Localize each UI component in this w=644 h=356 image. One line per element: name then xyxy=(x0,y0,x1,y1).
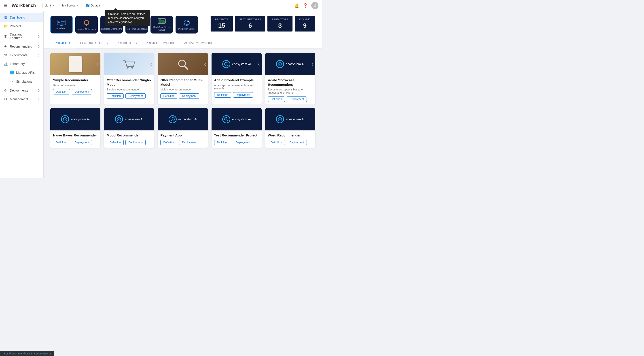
sidebar-item-laboratory[interactable]: 🔬 Laboratory ⌄ xyxy=(0,59,44,68)
card-actions: Definition Deployment xyxy=(268,96,312,102)
chevron-down-icon: ⌄ xyxy=(38,62,40,65)
svg-point-7 xyxy=(86,24,87,26)
deployment-button[interactable]: Deployment xyxy=(179,93,199,99)
project-card-word-recommender[interactable]: ecosystem.Ai Word Recommender Definition… xyxy=(265,108,315,148)
project-card-test-recommender[interactable]: ecosystem.Ai Test Recommender Project De… xyxy=(212,108,262,148)
deployment-button[interactable]: Deployment xyxy=(179,140,199,145)
definition-button[interactable]: Definition xyxy=(53,89,70,94)
avatar[interactable]: U xyxy=(311,2,318,9)
hero-icon-label: Business Dashboard xyxy=(101,28,122,30)
stat-projects-label: Projects xyxy=(215,18,228,21)
eco-circle-icon xyxy=(222,115,230,123)
card-actions: Definition Deployment xyxy=(214,140,259,145)
project-card-simple-recommender[interactable]: ❮ Simple Recommender Base recommender. D… xyxy=(50,53,100,105)
sidebar-item-label: Laboratory xyxy=(10,62,25,66)
data-features-icon: ◫ xyxy=(4,34,8,38)
grafana-tooltip: Grafana: There are pre-defined real-time… xyxy=(105,10,150,26)
menu-icon[interactable]: ☰ xyxy=(4,3,7,8)
main-layout: ⊞ Dashboard 📁 Projects ◫ Data and Featur… xyxy=(0,11,322,178)
sidebar-item-label: Experiments xyxy=(10,53,27,57)
card-actions: Definition Deployment xyxy=(107,140,152,145)
definition-button[interactable]: Definition xyxy=(160,140,177,145)
definition-button[interactable]: Definition xyxy=(107,93,124,99)
sidebar-item-management[interactable]: ⚙ Management ❯ xyxy=(0,95,44,103)
help-icon[interactable]: ❓ xyxy=(303,3,308,8)
definition-button[interactable]: Definition xyxy=(107,140,124,145)
server-selector[interactable]: My Server ▼ xyxy=(60,3,82,8)
definition-button[interactable]: Definition xyxy=(214,140,231,145)
svg-rect-4 xyxy=(60,25,62,26)
card-desc: Adalo app recommender frontend example xyxy=(214,84,259,90)
experiments-icon: ⚗ xyxy=(4,53,8,57)
prediction-server-svg-icon xyxy=(182,19,191,26)
definition-button[interactable]: Definition xyxy=(268,96,285,102)
tab-predictors[interactable]: PREDICTORS xyxy=(112,38,141,48)
card-chevron-icon: ❮ xyxy=(311,62,314,66)
default-checkbox-area[interactable]: Default xyxy=(86,4,100,7)
sidebar-item-data-features[interactable]: ◫ Data and Features ❯ xyxy=(0,30,44,42)
deployment-button[interactable]: Deployment xyxy=(287,96,307,102)
chevron-right-icon: ❯ xyxy=(38,45,40,48)
card-title: Simple Recommender xyxy=(53,78,98,82)
card-actions: Definition Deployment xyxy=(53,89,98,94)
card-title: Adalo Showcase Recommenders xyxy=(268,78,312,87)
eco-brand-text: ecosystem.Ai xyxy=(125,118,143,121)
sidebar-item-simulations[interactable]: 〜 Simulations xyxy=(0,77,44,86)
deployment-button[interactable]: Deployment xyxy=(233,140,253,145)
eco-logo: ecosystem.Ai xyxy=(222,115,251,123)
deployment-button[interactable]: Deployment xyxy=(287,140,307,145)
tab-activity-timeline[interactable]: ACTIVITY TIMELINE xyxy=(180,38,218,48)
theme-label: Light xyxy=(45,4,51,7)
card-actions: Definition Deployment xyxy=(53,140,98,145)
deployment-button[interactable]: Deployment xyxy=(233,92,253,98)
topbar: ☰ Workbench Light ▼ My Server ▼ Default … xyxy=(0,0,322,11)
hero-top: Workbench Jupyter Notebooks xyxy=(50,16,315,33)
sidebar-item-projects[interactable]: 📁 Projects xyxy=(0,22,44,30)
sidebar-item-recommenders[interactable]: ◈ Recommenders ❯ xyxy=(0,42,44,51)
definition-button[interactable]: Definition xyxy=(214,92,231,98)
definition-button[interactable]: Definition xyxy=(268,140,285,145)
hero-icon-jupyter[interactable]: Jupyter Notebooks xyxy=(75,16,98,33)
definition-button[interactable]: Definition xyxy=(53,140,70,145)
stat-dynamic-value: 9 xyxy=(299,22,310,29)
project-card-payment-app[interactable]: ecosystem.Ai Payment App Definition Depl… xyxy=(158,108,208,148)
sidebar-item-manage-apis[interactable]: 🌐 Manage APIs xyxy=(0,68,44,77)
project-card-offer-recommender-single[interactable]: ❮ Offer Recommender Single-Model Single-… xyxy=(104,53,154,105)
notification-icon[interactable]: 🔔 xyxy=(294,3,299,8)
tab-projects[interactable]: PROJECTS xyxy=(50,38,76,48)
hero-icon-prediction-server[interactable]: Prediction Server xyxy=(176,16,198,33)
stat-predictors-label: Predictors xyxy=(272,18,288,21)
eco-circle-icon xyxy=(222,60,230,68)
project-card-adalo-showcase[interactable]: ecosystem.Ai ❮ Adalo Showcase Recommende… xyxy=(265,53,315,105)
tab-feature-stores[interactable]: FEATURE STORES xyxy=(76,38,112,48)
sidebar-item-deployments[interactable]: ✈ Deployments ❯ xyxy=(0,86,44,95)
hero-icon-workbench[interactable]: Workbench xyxy=(50,16,73,33)
deployment-button[interactable]: Deployment xyxy=(126,140,146,145)
project-card-mood-recommender[interactable]: ecosystem.Ai Mood Recommender Definition… xyxy=(104,108,154,148)
project-card-naive-bayes[interactable]: ecosystem.Ai Naive Bayes Recommender Def… xyxy=(50,108,100,148)
stat-featurestores-value: 6 xyxy=(240,22,261,29)
default-checkbox[interactable] xyxy=(86,4,90,7)
definition-button[interactable]: Definition xyxy=(160,93,177,99)
sidebar-item-label: Projects xyxy=(10,24,21,28)
deployment-button[interactable]: Deployment xyxy=(72,140,92,145)
eco-circle-inner xyxy=(278,117,282,121)
deployment-button[interactable]: Deployment xyxy=(126,93,146,99)
workbench-svg-icon xyxy=(57,20,66,26)
project-card-adalo-frontend[interactable]: ecosystem.Ai ❮ Adalo Frontend Example Ad… xyxy=(212,53,262,105)
theme-selector[interactable]: Light ▼ xyxy=(42,3,57,8)
sidebar-item-dashboard[interactable]: ⊞ Dashboard xyxy=(0,13,44,22)
magnifier-icon xyxy=(177,58,189,70)
sidebar-item-experiments[interactable]: ⚗ Experiments ❯ xyxy=(0,51,44,59)
card-title: Naive Bayes Recommender xyxy=(53,133,98,138)
deployment-button[interactable]: Deployment xyxy=(72,89,92,94)
hero-icon-realtime-score[interactable]: Real-Time Score Server xyxy=(150,16,173,33)
card-body: Word Recommender Definition Deployment xyxy=(265,130,315,148)
tab-project-timeline[interactable]: PROJECT TIMELINE xyxy=(141,38,180,48)
project-card-offer-recommender-multi[interactable]: ❮ Offer Recommender Multi-Model Multi-mo… xyxy=(158,53,208,105)
card-desc: Multi-model recommender xyxy=(160,88,205,91)
manage-apis-icon: 🌐 xyxy=(10,70,14,75)
card-body: Naive Bayes Recommender Definition Deplo… xyxy=(50,130,100,148)
sidebar-item-label: Data and Features xyxy=(10,33,36,40)
hero-section: Workbench Jupyter Notebooks xyxy=(44,11,322,38)
